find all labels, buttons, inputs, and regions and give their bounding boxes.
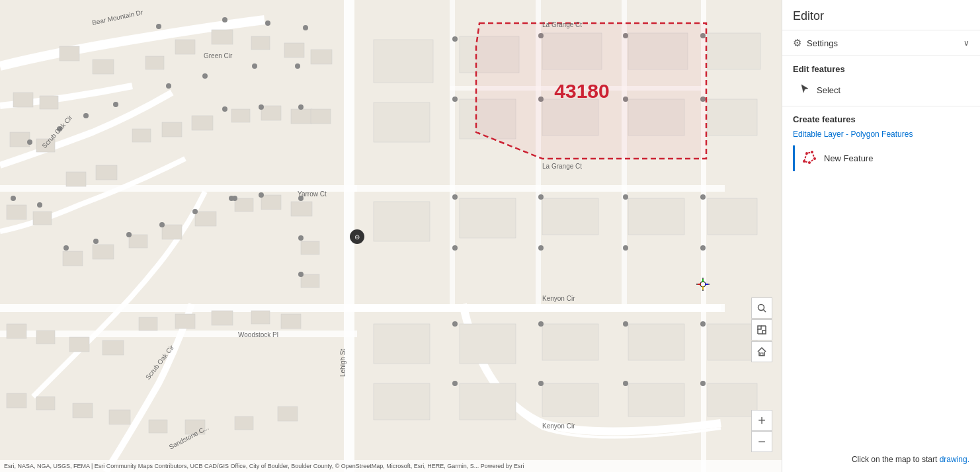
svg-text:Green Cir: Green Cir [204, 52, 233, 59]
svg-rect-24 [66, 172, 86, 186]
svg-rect-22 [10, 132, 30, 147]
svg-rect-54 [7, 393, 26, 408]
svg-point-127 [452, 245, 458, 251]
svg-rect-19 [251, 36, 270, 50]
svg-rect-55 [36, 397, 55, 410]
svg-rect-37 [129, 235, 147, 248]
svg-rect-36 [93, 245, 114, 259]
fullscreen-button[interactable] [751, 319, 772, 340]
svg-point-94 [166, 83, 171, 89]
svg-rect-38 [162, 225, 182, 239]
svg-rect-75 [628, 198, 684, 235]
svg-rect-33 [7, 205, 26, 219]
svg-rect-162 [762, 331, 766, 334]
svg-point-111 [126, 232, 132, 237]
svg-rect-30 [261, 106, 281, 120]
svg-rect-16 [145, 56, 164, 69]
svg-point-87 [156, 24, 161, 29]
svg-point-159 [758, 305, 764, 311]
zoom-in-button[interactable]: + [751, 410, 772, 431]
svg-rect-72 [374, 202, 430, 241]
svg-point-123 [452, 194, 458, 200]
svg-rect-76 [708, 198, 757, 235]
svg-point-107 [11, 196, 16, 201]
footer-text: Click on the map to start drawing. [852, 455, 969, 464]
new-feature-label: New Feature [824, 153, 873, 163]
select-label: Select [817, 85, 840, 95]
select-tool-row[interactable]: Select [793, 79, 969, 100]
svg-rect-28 [192, 116, 213, 130]
cursor-icon [799, 83, 810, 97]
svg-rect-34 [33, 212, 52, 225]
svg-point-101 [298, 104, 304, 110]
svg-rect-44 [301, 274, 319, 288]
svg-text:⊖: ⊖ [354, 233, 360, 241]
svg-point-169 [805, 152, 808, 155]
svg-point-91 [252, 63, 257, 69]
map-area[interactable]: Bear Mountain Dr Green Cir Scrub Oak Cir… [0, 0, 782, 472]
svg-point-134 [700, 321, 706, 327]
svg-point-136 [538, 381, 544, 386]
search-map-button[interactable] [751, 297, 772, 319]
svg-rect-26 [132, 129, 151, 142]
settings-left: ⚙ Settings [793, 37, 838, 49]
svg-point-172 [808, 161, 811, 164]
zoom-controls: + − [751, 410, 772, 452]
gear-icon: ⚙ [793, 37, 801, 49]
svg-rect-18 [212, 30, 233, 44]
svg-point-115 [452, 36, 458, 42]
svg-rect-77 [374, 324, 430, 364]
svg-point-103 [259, 192, 264, 198]
svg-point-131 [452, 321, 458, 327]
settings-row[interactable]: ⚙ Settings ∨ [782, 30, 980, 56]
svg-point-170 [811, 151, 813, 153]
svg-rect-60 [235, 416, 253, 430]
svg-rect-39 [195, 212, 216, 226]
chevron-down-icon: ∨ [963, 38, 969, 48]
svg-point-88 [222, 17, 227, 22]
create-features-title: Create features [793, 114, 969, 124]
layer-title: Editable Layer - Polygon Features [793, 130, 969, 139]
svg-line-160 [764, 310, 766, 313]
svg-rect-80 [628, 324, 684, 360]
svg-point-109 [63, 245, 69, 251]
settings-label: Settings [807, 38, 838, 48]
svg-rect-86 [708, 383, 757, 416]
svg-text:Yarrow Ct: Yarrow Ct [298, 190, 327, 198]
svg-point-132 [538, 321, 544, 327]
svg-point-171 [813, 157, 816, 160]
svg-rect-20 [284, 43, 304, 58]
svg-point-124 [538, 194, 544, 200]
svg-rect-17 [175, 40, 195, 54]
svg-rect-57 [109, 410, 130, 424]
svg-point-93 [202, 73, 208, 79]
svg-rect-85 [628, 383, 684, 416]
svg-point-100 [259, 104, 264, 110]
svg-rect-78 [460, 324, 516, 364]
svg-rect-29 [231, 109, 250, 122]
zoom-out-button[interactable]: − [751, 431, 772, 452]
svg-point-112 [159, 222, 165, 227]
svg-rect-61 [278, 407, 298, 421]
svg-point-92 [295, 63, 300, 69]
svg-rect-7 [450, 0, 455, 304]
home-button[interactable] [751, 341, 772, 362]
sidebar-footer: Click on the map to start drawing. [0, 455, 980, 464]
svg-point-113 [192, 209, 198, 214]
map-controls [751, 297, 772, 362]
svg-rect-42 [291, 202, 312, 216]
svg-point-89 [265, 20, 270, 26]
svg-rect-66 [708, 33, 760, 69]
svg-point-128 [538, 245, 544, 251]
editor-title: Editor [793, 9, 824, 22]
svg-rect-27 [162, 122, 182, 137]
svg-point-98 [27, 139, 32, 145]
svg-rect-46 [36, 331, 55, 344]
svg-rect-79 [542, 324, 598, 360]
svg-rect-32 [311, 109, 331, 124]
edit-features-section: Edit features Select [782, 56, 980, 106]
new-feature-row[interactable]: New Feature [793, 145, 969, 171]
svg-rect-82 [374, 383, 430, 420]
svg-rect-84 [542, 383, 598, 416]
svg-rect-14 [60, 46, 79, 61]
